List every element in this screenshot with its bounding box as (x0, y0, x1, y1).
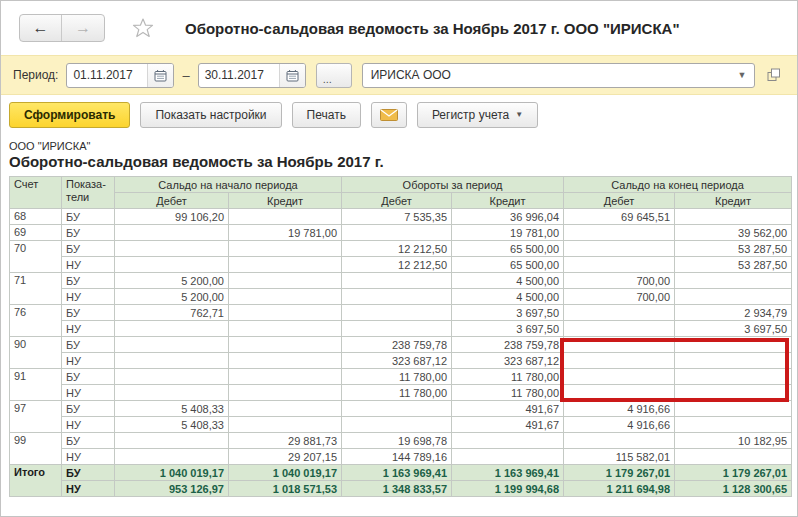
organization-open-button[interactable] (761, 63, 787, 88)
value-cell[interactable] (564, 369, 675, 385)
value-cell[interactable] (564, 225, 675, 241)
value-cell[interactable]: 99 106,20 (115, 209, 229, 225)
value-cell[interactable] (675, 289, 792, 305)
indicator-cell[interactable]: НУ (62, 321, 115, 337)
forward-button[interactable]: → (62, 15, 104, 41)
value-cell[interactable] (675, 401, 792, 417)
accounting-register-button[interactable]: Регистр учета ▼ (417, 102, 538, 128)
value-cell[interactable] (452, 433, 564, 449)
period-more-button[interactable]: ... (316, 63, 352, 88)
value-cell[interactable]: 1 163 969,41 (452, 465, 564, 481)
show-settings-button[interactable]: Показать настройки (140, 102, 281, 128)
value-cell[interactable]: 69 645,51 (564, 209, 675, 225)
value-cell[interactable] (229, 257, 342, 273)
value-cell[interactable] (229, 337, 342, 353)
value-cell[interactable]: 491,67 (452, 417, 564, 433)
value-cell[interactable]: 19 781,00 (229, 225, 342, 241)
value-cell[interactable]: 12 212,50 (342, 241, 452, 257)
value-cell[interactable] (229, 321, 342, 337)
date-from-value[interactable]: 01.11.2017 (67, 68, 147, 82)
value-cell[interactable] (229, 241, 342, 257)
value-cell[interactable]: 1 163 969,41 (342, 465, 452, 481)
value-cell[interactable]: 238 759,78 (342, 337, 452, 353)
value-cell[interactable] (342, 289, 452, 305)
value-cell[interactable]: 4 500,00 (452, 289, 564, 305)
account-cell[interactable]: 76 (10, 305, 62, 337)
date-to-field[interactable]: 30.11.2017 (198, 63, 306, 88)
indicator-cell[interactable]: НУ (62, 385, 115, 401)
value-cell[interactable] (564, 257, 675, 273)
date-to-calendar-button[interactable] (279, 64, 305, 87)
date-from-calendar-button[interactable] (147, 64, 173, 87)
value-cell[interactable]: 1 040 019,17 (115, 465, 229, 481)
indicator-cell[interactable]: БУ (62, 433, 115, 449)
value-cell[interactable] (342, 273, 452, 289)
value-cell[interactable]: 1 179 267,01 (564, 465, 675, 481)
value-cell[interactable] (229, 401, 342, 417)
value-cell[interactable]: 19 698,78 (342, 433, 452, 449)
value-cell[interactable] (675, 209, 792, 225)
value-cell[interactable]: 1 179 267,01 (675, 465, 792, 481)
value-cell[interactable] (342, 401, 452, 417)
account-cell[interactable]: 69 (10, 225, 62, 241)
value-cell[interactable]: 5 200,00 (115, 273, 229, 289)
value-cell[interactable]: 115 582,01 (564, 449, 675, 465)
value-cell[interactable] (675, 417, 792, 433)
value-cell[interactable]: 53 287,50 (675, 257, 792, 273)
organization-value[interactable]: ИРИСКА ООО (363, 68, 730, 82)
value-cell[interactable]: 3 697,50 (452, 321, 564, 337)
value-cell[interactable]: 11 780,00 (342, 369, 452, 385)
value-cell[interactable]: 1 128 300,65 (675, 481, 792, 497)
value-cell[interactable]: 700,00 (564, 273, 675, 289)
value-cell[interactable] (564, 433, 675, 449)
value-cell[interactable]: 53 287,50 (675, 241, 792, 257)
value-cell[interactable]: 2 934,79 (675, 305, 792, 321)
value-cell[interactable] (675, 449, 792, 465)
value-cell[interactable]: 1 199 994,68 (452, 481, 564, 497)
account-cell[interactable]: 70 (10, 241, 62, 273)
value-cell[interactable] (564, 385, 675, 401)
value-cell[interactable] (564, 321, 675, 337)
value-cell[interactable] (115, 257, 229, 273)
send-email-button[interactable] (371, 102, 407, 128)
back-button[interactable]: ← (20, 15, 62, 41)
value-cell[interactable] (115, 369, 229, 385)
value-cell[interactable]: 11 780,00 (452, 385, 564, 401)
value-cell[interactable] (229, 369, 342, 385)
favorite-button[interactable] (131, 16, 155, 40)
indicator-cell[interactable]: БУ (62, 401, 115, 417)
value-cell[interactable] (115, 433, 229, 449)
account-cell[interactable]: 68 (10, 209, 62, 225)
date-to-value[interactable]: 30.11.2017 (199, 68, 279, 82)
indicator-cell[interactable]: БУ (62, 225, 115, 241)
indicator-cell[interactable]: БУ (62, 337, 115, 353)
value-cell[interactable] (452, 449, 564, 465)
generate-button[interactable]: Сформировать (9, 102, 130, 128)
value-cell[interactable]: 144 789,16 (342, 449, 452, 465)
value-cell[interactable] (675, 273, 792, 289)
date-from-field[interactable]: 01.11.2017 (66, 63, 174, 88)
value-cell[interactable] (564, 337, 675, 353)
indicator-cell[interactable]: БУ (62, 273, 115, 289)
value-cell[interactable] (229, 209, 342, 225)
value-cell[interactable] (229, 385, 342, 401)
value-cell[interactable] (675, 369, 792, 385)
value-cell[interactable]: 29 207,15 (229, 449, 342, 465)
account-cell[interactable]: Итого (10, 465, 62, 497)
value-cell[interactable] (342, 321, 452, 337)
indicator-cell[interactable]: НУ (62, 353, 115, 369)
value-cell[interactable] (564, 241, 675, 257)
value-cell[interactable]: 1 348 833,57 (342, 481, 452, 497)
organization-combobox[interactable]: ИРИСКА ООО ▼ (362, 63, 755, 88)
value-cell[interactable]: 19 781,00 (452, 225, 564, 241)
value-cell[interactable]: 3 697,50 (675, 321, 792, 337)
value-cell[interactable]: 4 916,66 (564, 401, 675, 417)
value-cell[interactable]: 10 182,95 (675, 433, 792, 449)
value-cell[interactable]: 65 500,00 (452, 257, 564, 273)
value-cell[interactable] (115, 353, 229, 369)
value-cell[interactable]: 1 040 019,17 (229, 465, 342, 481)
account-cell[interactable]: 91 (10, 369, 62, 401)
indicator-cell[interactable]: БУ (62, 305, 115, 321)
indicator-cell[interactable]: НУ (62, 257, 115, 273)
value-cell[interactable] (229, 289, 342, 305)
